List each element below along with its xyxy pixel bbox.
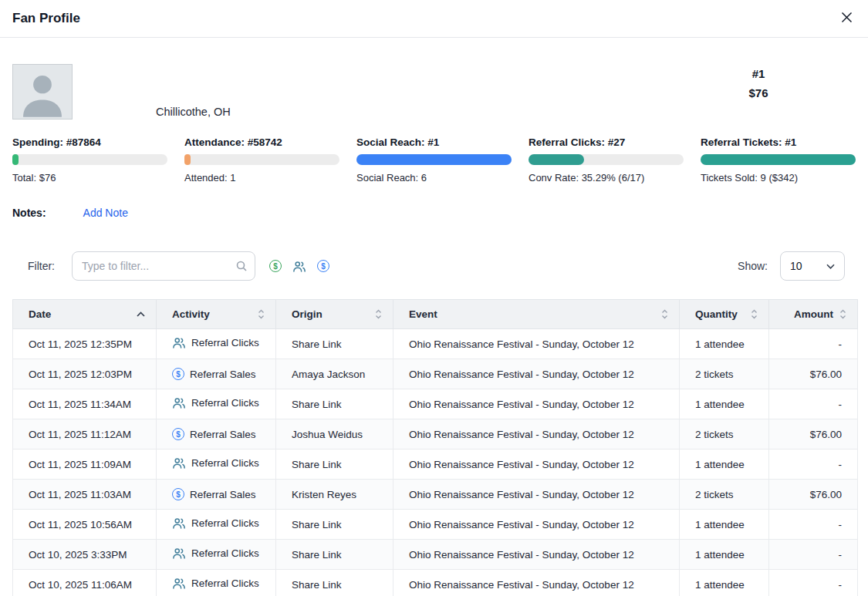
stat-sub: Social Reach: 6 (356, 172, 512, 184)
cell-event: Ohio Renaissance Festival - Sunday, Octo… (393, 540, 680, 570)
cell-date: Oct 11, 2025 12:03PM (13, 359, 157, 389)
cell-date: Oct 11, 2025 11:12AM (13, 419, 157, 450)
cell-amount: - (769, 540, 858, 570)
stat-spending: Spending: #87864 Total: $76 (12, 136, 167, 184)
stat-sub: Attended: 1 (184, 172, 339, 184)
activity-label: Referral Clicks (191, 547, 259, 559)
cell-event: Ohio Renaissance Festival - Sunday, Octo… (393, 510, 680, 540)
cell-date: Oct 10, 2025 3:33PM (13, 540, 157, 570)
sort-both-icon (661, 309, 668, 319)
page-size-dropdown[interactable]: 10 (780, 251, 845, 281)
activity-label: Referral Sales (190, 489, 256, 500)
cell-quantity: 1 attendee (680, 510, 769, 540)
fan-rank-block: #1 $76 (731, 64, 785, 103)
clicks-filter-toggle[interactable] (291, 259, 308, 274)
cell-quantity: 1 attendee (680, 389, 769, 419)
stat-label: Referral Tickets: #1 (701, 136, 856, 148)
stat-sub: Total: $76 (12, 172, 167, 184)
add-note-link[interactable]: Add Note (83, 207, 128, 219)
stat-bar-fill (12, 154, 19, 165)
sort-both-icon (751, 309, 758, 319)
column-header-event[interactable]: Event (393, 300, 680, 329)
stat-bar-fill (184, 154, 191, 165)
stat-bar (184, 154, 339, 165)
filter-input[interactable] (72, 251, 255, 281)
sort-both-icon (839, 309, 846, 319)
cell-origin: Joshua Weidus (276, 419, 393, 450)
fan-total: $76 (731, 83, 785, 103)
cell-activity: $ Referral Sales (157, 359, 276, 389)
stat-bar-fill (701, 154, 856, 165)
sales-filter-toggle[interactable]: $ (268, 258, 283, 274)
chevron-down-icon (826, 264, 835, 269)
referral-clicks-icon (172, 517, 186, 529)
activity-label: Referral Clicks (191, 337, 259, 349)
stat-label: Referral Clicks: #27 (529, 136, 684, 148)
cell-event: Ohio Renaissance Festival - Sunday, Octo… (393, 329, 680, 359)
column-header-activity[interactable]: Activity (157, 300, 276, 329)
cell-event: Ohio Renaissance Festival - Sunday, Octo… (393, 450, 680, 480)
activity-label: Referral Clicks (191, 397, 259, 409)
activity-label: Referral Sales (190, 429, 256, 440)
column-header-origin[interactable]: Origin (276, 300, 393, 329)
cell-event: Ohio Renaissance Festival - Sunday, Octo… (393, 419, 680, 450)
cell-event: Ohio Renaissance Festival - Sunday, Octo… (393, 389, 680, 419)
filter-bar: Filter: $ $ Show: 10 (12, 251, 856, 281)
cell-quantity: 1 attendee (680, 540, 769, 570)
cell-activity: Referral Clicks (157, 540, 276, 570)
activity-table: Date Activity Origin (12, 299, 856, 596)
activity-label: Referral Clicks (191, 517, 259, 529)
column-header-amount[interactable]: Amount (769, 300, 858, 329)
cell-activity: Referral Clicks (157, 389, 276, 419)
avatar (12, 64, 73, 120)
people-icon (292, 261, 306, 272)
stat-bar-fill (356, 154, 512, 165)
activity-filter-toggles: $ $ (268, 258, 331, 274)
modal-header: Fan Profile (0, 0, 868, 38)
stat-bar-fill (529, 154, 584, 165)
column-label: Activity (172, 308, 210, 320)
stat-bar (529, 154, 684, 165)
cell-amount: - (769, 450, 858, 480)
stat-bar (356, 154, 512, 165)
stat-label: Social Reach: #1 (356, 136, 512, 148)
activity-label: Referral Clicks (191, 577, 259, 589)
column-header-quantity[interactable]: Quantity (680, 300, 769, 329)
cell-amount: $76.00 (769, 480, 858, 510)
referral-clicks-icon (172, 337, 186, 349)
column-label: Date (29, 308, 51, 320)
cell-event: Ohio Renaissance Festival - Sunday, Octo… (393, 359, 680, 389)
referral-clicks-icon (172, 547, 186, 559)
page-title: Fan Profile (12, 11, 80, 26)
show-label: Show: (738, 260, 768, 272)
table-row: Oct 11, 2025 12:35PM Referral Clicks Sha… (13, 329, 858, 359)
table-row: Oct 11, 2025 12:03PM $ Referral Sales Am… (13, 359, 858, 389)
sort-asc-icon (137, 311, 145, 317)
cell-activity: Referral Clicks (157, 510, 276, 540)
tickets-filter-toggle[interactable]: $ (316, 258, 331, 274)
cell-origin: Share Link (276, 450, 393, 480)
referral-clicks-icon (172, 397, 186, 409)
cell-activity: $ Referral Sales (157, 480, 276, 510)
cell-event: Ohio Renaissance Festival - Sunday, Octo… (393, 480, 680, 510)
stat-sub: Tickets Sold: 9 ($342) (701, 172, 856, 184)
cell-origin: Share Link (276, 329, 393, 359)
cell-date: Oct 11, 2025 11:34AM (13, 389, 157, 419)
stat-social-reach: Social Reach: #1 Social Reach: 6 (356, 136, 512, 184)
cell-quantity: 1 attendee (680, 570, 769, 596)
column-label: Origin (292, 308, 323, 320)
cell-amount: $76.00 (769, 359, 858, 389)
close-button[interactable] (838, 8, 856, 29)
column-label: Event (409, 308, 437, 320)
cell-date: Oct 11, 2025 12:35PM (13, 329, 157, 359)
close-icon (841, 12, 853, 25)
fan-profile-modal: Fan Profile Chillicothe, OH #1 $76 Spend… (0, 0, 868, 596)
filter-input-wrap (72, 251, 255, 281)
cell-quantity: 1 attendee (680, 450, 769, 480)
table-row: Oct 11, 2025 11:09AM Referral Clicks Sha… (13, 450, 858, 480)
cell-amount: - (769, 510, 858, 540)
activity-table-body: Oct 11, 2025 12:35PM Referral Clicks Sha… (13, 329, 858, 596)
sort-both-icon (375, 309, 382, 319)
column-header-date[interactable]: Date (13, 300, 157, 329)
fan-rank: #1 (731, 64, 785, 83)
